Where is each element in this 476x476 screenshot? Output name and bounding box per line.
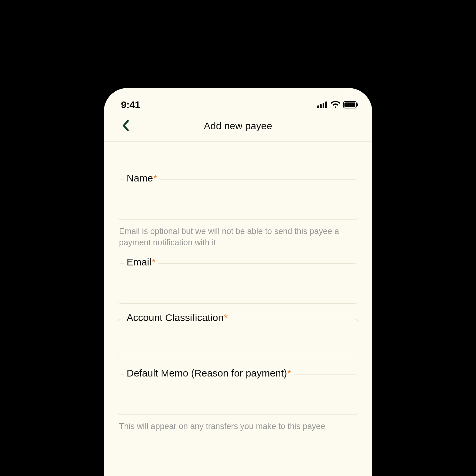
- email-label-wrap: Email *: [124, 257, 158, 268]
- email-label: Email: [127, 257, 151, 268]
- memo-input[interactable]: [118, 375, 358, 415]
- svg-rect-5: [344, 102, 355, 107]
- memo-field-group: Default Memo (Reason for payment) *: [118, 375, 358, 415]
- page-title: Add new payee: [204, 120, 272, 132]
- account-classification-label-wrap: Account Classification *: [124, 312, 230, 323]
- form-content: Name * Email is optional but we will not…: [104, 142, 372, 432]
- email-field-group: Email *: [118, 263, 358, 304]
- svg-rect-2: [323, 103, 324, 108]
- status-time: 9:41: [121, 99, 140, 110]
- back-button[interactable]: [119, 120, 132, 133]
- phone-frame: 9:41: [104, 88, 372, 476]
- svg-rect-3: [325, 101, 327, 108]
- name-required-marker: *: [153, 173, 157, 184]
- memo-label: Default Memo (Reason for payment): [127, 368, 287, 379]
- battery-icon: [343, 101, 358, 108]
- svg-rect-1: [320, 104, 322, 108]
- name-field-outline: Name *: [118, 179, 358, 220]
- cellular-icon: [317, 101, 328, 108]
- email-input[interactable]: [118, 264, 358, 303]
- memo-required-marker: *: [287, 368, 291, 379]
- account-classification-field-outline: Account Classification *: [118, 319, 358, 359]
- email-field-outline: Email *: [118, 263, 358, 304]
- chevron-left-icon: [122, 120, 129, 133]
- memo-label-wrap: Default Memo (Reason for payment) *: [124, 368, 294, 379]
- account-classification-input[interactable]: [118, 319, 358, 359]
- status-bar: 9:41: [104, 88, 372, 113]
- memo-field-outline: Default Memo (Reason for payment) *: [118, 375, 358, 415]
- account-classification-label: Account Classification: [127, 312, 223, 323]
- svg-rect-0: [317, 105, 319, 108]
- name-label-wrap: Name *: [124, 173, 160, 184]
- status-icons: [317, 101, 358, 108]
- svg-rect-6: [357, 103, 358, 106]
- wifi-icon: [331, 101, 340, 108]
- nav-bar: Add new payee: [104, 113, 372, 142]
- account-classification-field-group: Account Classification *: [118, 319, 358, 359]
- memo-helper-text: This will appear on any transfers you ma…: [118, 415, 358, 432]
- name-field-group: Name *: [118, 179, 358, 220]
- email-required-marker: *: [152, 257, 156, 268]
- name-input[interactable]: [118, 180, 358, 219]
- name-helper-text: Email is optional but we will not be abl…: [118, 220, 358, 248]
- name-label: Name: [127, 173, 153, 184]
- account-classification-required-marker: *: [224, 312, 228, 323]
